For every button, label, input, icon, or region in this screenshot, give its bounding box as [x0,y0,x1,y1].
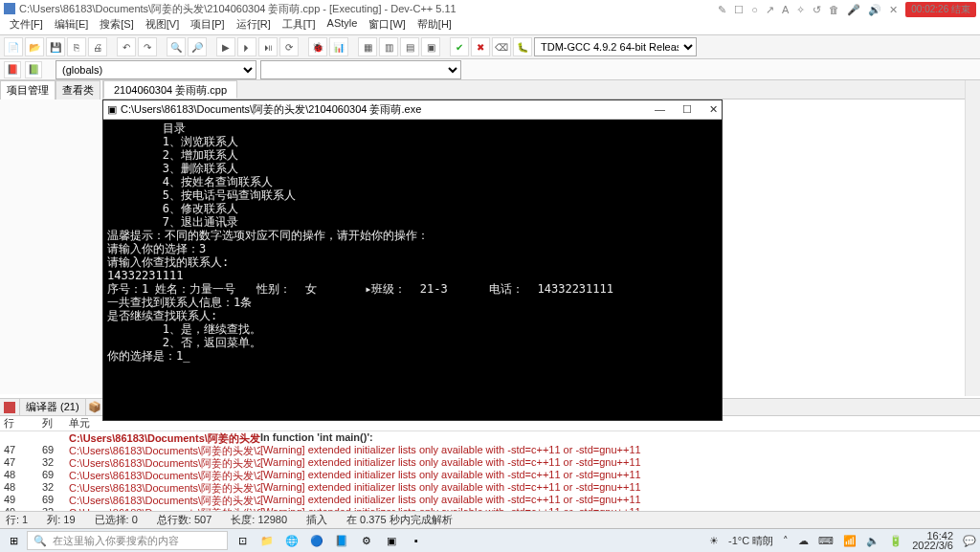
compiler-select[interactable]: TDM-GCC 4.9.2 64-bit Release [534,37,697,56]
devcpp-icon[interactable]: ▣ [381,531,402,550]
wand-icon[interactable]: ✧ [796,4,805,16]
record-timer[interactable]: 00:02:26 结束 [905,2,976,17]
undo-icon[interactable]: ↺ [813,4,821,16]
redo-icon[interactable]: ↷ [138,37,157,56]
profile-icon[interactable]: 📊 [329,37,348,56]
book1-icon[interactable]: 📕 [4,61,21,78]
arrow-icon[interactable]: ↗ [766,4,774,16]
compiler-messages: C:\Users\86183\Documents\阿姜的头发\21040603.… [0,431,980,519]
tab-classes[interactable]: 查看类 [56,80,100,99]
status-ins: 插入 [306,513,327,527]
ime-icon[interactable]: ⌨ [818,535,834,547]
status-lines: 总行数: 507 [157,513,212,527]
menu-tools[interactable]: 工具[T] [278,17,320,34]
grid1-icon[interactable]: ▦ [358,37,377,56]
menu-window[interactable]: 窗口[W] [365,17,410,34]
tray-up-icon[interactable]: ˄ [783,535,789,547]
taskview-icon[interactable]: ⊡ [232,531,253,550]
vertical-scrollbar[interactable] [965,80,980,396]
statusbar: 行: 1 列: 19 已选择: 0 总行数: 507 长度: 12980 插入 … [0,511,980,528]
edge-icon[interactable]: 🌐 [281,531,302,550]
error-icon [4,402,15,413]
col-col: 列 [42,416,69,431]
save-icon[interactable]: 💾 [46,37,65,56]
start-button[interactable]: ⊞ [4,532,23,549]
status-line: 行: 1 [6,513,28,527]
notifications-icon[interactable]: 💬 [963,535,976,547]
find-icon[interactable]: 🔍 [167,37,186,56]
book2-icon[interactable]: 📗 [25,61,42,78]
taskbar: ⊞ 🔍 在这里输入你要搜索的内容 ⊡ 📁 🌐 🔵 📘 ⚙ ▣ ▪ ☀ -1°C … [0,528,980,552]
open-icon[interactable]: 📂 [25,37,44,56]
message-row[interactable]: 4769C:\Users\86183\Documents\阿姜的头发\21040… [0,444,980,456]
trash-icon[interactable]: 🗑 [829,4,839,15]
menu-run[interactable]: 运行[R] [233,17,275,34]
message-row[interactable]: 4969C:\Users\86183\Documents\阿姜的头发\21040… [0,494,980,506]
close-console-icon[interactable]: ✕ [709,103,718,116]
res-icon: 📦 [88,401,101,413]
menu-help[interactable]: 帮助[H] [413,17,456,34]
check-icon[interactable]: ✔ [450,37,469,56]
print-icon[interactable]: 🖨 [88,37,107,56]
grid3-icon[interactable]: ▤ [400,37,419,56]
tab-compiler[interactable]: 编译器 (21) [19,398,86,416]
chrome-icon[interactable]: 🔵 [306,531,327,550]
wifi-icon[interactable]: 📶 [843,535,857,547]
close-icon[interactable]: ✕ [889,4,898,16]
weather-icon[interactable]: ☀ [709,535,719,547]
settings-icon[interactable]: ⚙ [356,531,377,550]
bug-icon[interactable]: 🐛 [513,37,532,56]
run-icon[interactable]: ⏵ [237,37,256,56]
undo-icon[interactable]: ↶ [117,37,136,56]
explorer-icon[interactable]: 📁 [256,531,278,550]
status-sel: 已选择: 0 [95,513,138,527]
globals-select[interactable]: (globals) [56,60,256,79]
rebuild-icon[interactable]: ⟳ [279,37,299,56]
cross-icon[interactable]: ✖ [471,37,490,56]
cmd-taskbar-icon[interactable]: ▪ [406,531,427,550]
left-panel: 项目管理 查看类 [0,80,103,394]
menu-edit[interactable]: 编辑[E] [51,17,92,34]
volume-icon[interactable]: 🔈 [866,535,880,547]
status-col: 列: 19 [47,513,75,527]
clock[interactable]: 16:422022/3/6 [912,531,953,550]
debug-icon[interactable]: 🐞 [308,37,327,56]
compile-icon[interactable]: ▶ [216,37,235,56]
minimize-icon[interactable]: — [655,103,665,116]
maximize-icon[interactable]: ☐ [682,103,692,116]
weather-text[interactable]: -1°C 晴朗 [728,534,773,548]
console-output[interactable]: 目录 1、浏览联系人 2、增加联系人 3、删除联系人 4、按姓名查询联系人 5、… [103,120,722,420]
file-tab[interactable]: 2104060304 姜雨萌.cpp [103,80,237,99]
onedrive-icon[interactable]: ☁ [798,535,809,547]
menu-project[interactable]: 项目[P] [187,17,228,34]
new-file-icon[interactable]: 📄 [4,37,23,56]
status-parse: 在 0.375 秒内完成解析 [346,513,453,527]
menu-astyle[interactable]: AStyle [323,17,362,34]
saveall-icon[interactable]: ⎘ [67,37,86,56]
pencil-icon[interactable]: ✎ [718,4,726,16]
replace-icon[interactable]: 🔎 [188,37,207,56]
menu-search[interactable]: 搜索[S] [96,17,137,34]
tab-project[interactable]: 项目管理 [0,80,56,99]
speaker-icon[interactable]: 🔊 [868,4,881,16]
grid4-icon[interactable]: ▣ [421,37,440,56]
grid2-icon[interactable]: ▥ [379,37,398,56]
members-select[interactable] [260,60,461,79]
menu-view[interactable]: 视图[V] [142,17,183,34]
taskbar-search[interactable]: 🔍 在这里输入你要搜索的内容 [27,531,228,550]
circle-icon[interactable]: ○ [751,4,758,15]
compile-run-icon[interactable]: ⏯ [258,37,278,56]
console-window: ▣C:\Users\86183\Documents\阿姜的头发\21040603… [102,99,723,421]
battery-icon[interactable]: 🔋 [889,535,902,547]
word-icon[interactable]: 📘 [331,531,352,550]
text-icon[interactable]: A [782,4,789,15]
square-icon[interactable]: ☐ [734,4,744,16]
message-row[interactable]: 4832C:\Users\86183\Documents\阿姜的头发\21040… [0,481,980,494]
app-icon [4,3,15,14]
clear-icon[interactable]: ⌫ [492,37,511,56]
menu-file[interactable]: 文件[F] [6,17,47,34]
message-row[interactable]: 4869C:\Users\86183\Documents\阿姜的头发\21040… [0,469,980,481]
message-row[interactable]: C:\Users\86183\Documents\阿姜的头发\21040603.… [0,431,980,444]
mic-icon[interactable]: 🎤 [847,4,860,16]
message-row[interactable]: 4732C:\Users\86183\Documents\阿姜的头发\21040… [0,456,980,469]
